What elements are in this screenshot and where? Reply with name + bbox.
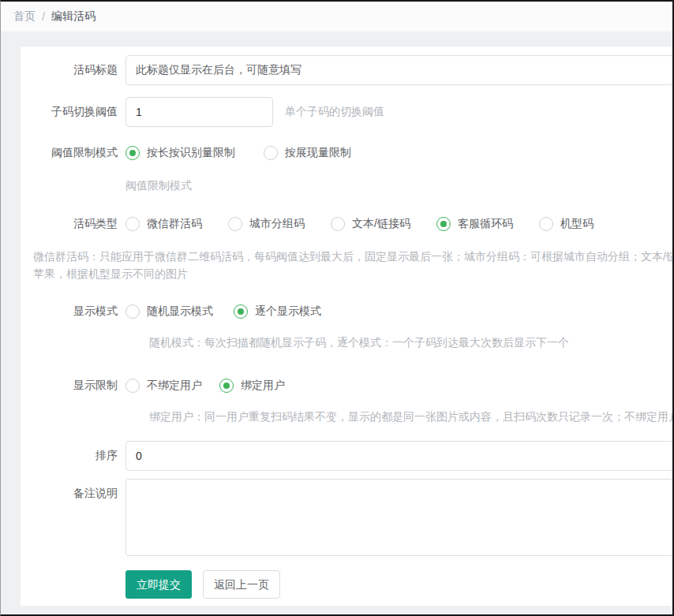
sort-label: 排序 (21, 449, 125, 463)
threshold-hint: 单个子码的切换阈值 (285, 105, 384, 119)
form-row-title: 活码标题 (21, 55, 674, 85)
remark-label: 备注说明 (21, 479, 125, 501)
radio-icon (228, 217, 242, 231)
radio-impression-limit[interactable]: 按展现量限制 (264, 146, 351, 160)
radio-icon (125, 146, 140, 160)
radio-icon (331, 217, 345, 231)
radio-device-model-code[interactable]: 机型码 (539, 217, 593, 231)
breadcrumb-home-link[interactable]: 首页 (13, 9, 36, 24)
sort-input[interactable] (125, 441, 674, 471)
radio-bound-user[interactable]: 绑定用户 (219, 379, 285, 393)
threshold-mode-hint: 阀值限制模式 (125, 177, 674, 193)
title-input[interactable] (125, 55, 674, 85)
radio-text-link-code[interactable]: 文本/链接码 (331, 217, 410, 231)
title-label: 活码标题 (21, 63, 125, 77)
radio-service-loop-code[interactable]: 客服循环码 (436, 217, 513, 231)
display-limit-hint: 绑定用户：同一用户重复扫码结果不变，显示的都是同一张图片或内容，且扫码次数只记录… (149, 409, 674, 424)
display-mode-hint: 随机模式：每次扫描都随机显示子码，逐个模式：一个子码到达最大次数后显示下一个 (149, 334, 674, 350)
radio-icon (125, 304, 140, 319)
radio-icon (264, 146, 278, 160)
code-type-description: 微信群活码：只能应用于微信群二维码活码，每码阀值达到最大后，固定显示最后一张；城… (33, 248, 674, 282)
form-row-sort: 排序 (21, 441, 674, 471)
description-line-1: 微信群活码：只能应用于微信群二维码活码，每码阀值达到最大后，固定显示最后一张；城… (33, 248, 674, 265)
radio-unbound-user[interactable]: 不绑定用户 (125, 379, 202, 393)
form-row-code-type: 活码类型 微信群活码 城市分组码 文本/链接码 客服循环码 (21, 217, 674, 231)
code-type-label: 活码类型 (21, 217, 125, 231)
form-row-threshold: 子码切换阈值 单个子码的切换阈值 (21, 97, 674, 127)
remark-textarea[interactable] (125, 479, 674, 556)
breadcrumb-current-page: 编辑活码 (51, 9, 95, 24)
radio-sequential-display-mode[interactable]: 逐个显示模式 (234, 304, 321, 319)
form-actions: 立即提交 返回上一页 (125, 570, 674, 599)
form-row-display-limit: 显示限制 不绑定用户 绑定用户 (21, 379, 674, 393)
form-row-display-mode: 显示模式 随机显示模式 逐个显示模式 (21, 304, 674, 319)
radio-icon (436, 217, 451, 231)
breadcrumb-separator: / (42, 10, 45, 23)
threshold-input[interactable] (125, 97, 273, 127)
radio-press-recognition-limit[interactable]: 按长按识别量限制 (125, 146, 235, 160)
form-row-threshold-mode: 阈值限制模式 按长按识别量限制 按展现量限制 (21, 146, 674, 160)
display-mode-label: 显示模式 (21, 304, 125, 319)
radio-random-display-mode[interactable]: 随机显示模式 (125, 304, 213, 319)
radio-icon (125, 217, 140, 231)
radio-icon (539, 217, 553, 231)
edit-form-card: 活码标题 子码切换阈值 单个子码的切换阈值 阈值限制模式 按长按识别量限制 (21, 47, 674, 606)
radio-icon (219, 379, 234, 393)
breadcrumb: 首页 / 编辑活码 (1, 2, 672, 32)
display-limit-label: 显示限制 (21, 379, 125, 393)
radio-icon (125, 379, 140, 393)
radio-city-group-code[interactable]: 城市分组码 (228, 217, 305, 231)
radio-wechat-group-code[interactable]: 微信群活码 (125, 217, 202, 231)
threshold-mode-label: 阈值限制模式 (21, 146, 125, 160)
app-window: 首页 / 编辑活码 活码标题 子码切换阈值 单个子码的切换阈值 阈值限制模式 (0, 0, 674, 616)
form-row-remark: 备注说明 (21, 479, 674, 556)
back-button[interactable]: 返回上一页 (203, 570, 280, 599)
submit-button[interactable]: 立即提交 (125, 570, 192, 599)
description-line-2: 苹果，根据机型显示不同的图片 (33, 265, 674, 282)
radio-icon (234, 304, 248, 319)
threshold-label: 子码切换阈值 (21, 105, 125, 119)
